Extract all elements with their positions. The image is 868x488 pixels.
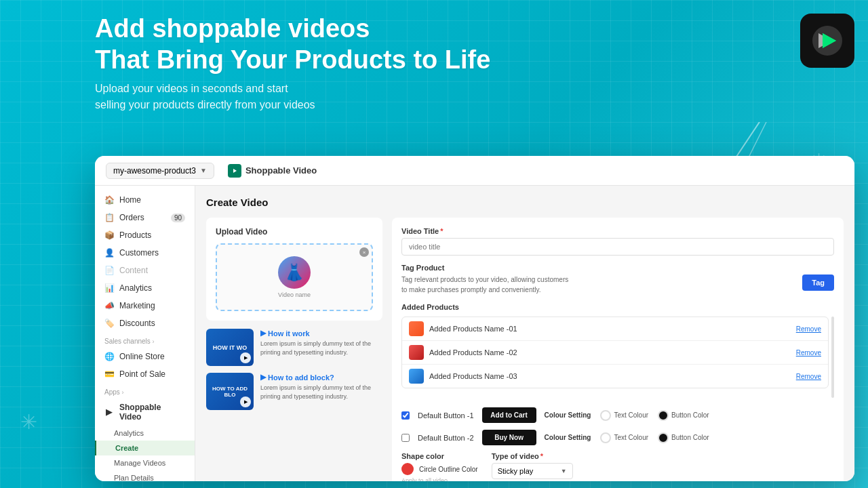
window-topbar: my-awesome-product3 ▼ Shoppable Video	[95, 156, 854, 186]
video-type-value: Sticky play	[498, 467, 534, 475]
content-columns: Upload Video 👗 × Video name	[206, 218, 844, 481]
video-type-section: Type of video * Sticky play ▼	[492, 452, 573, 479]
product-name-1: Added Products Name -01	[429, 325, 791, 333]
online-store-icon: 🌐	[104, 352, 114, 361]
sidebar-item-content[interactable]: 📄 Content	[95, 262, 195, 279]
home-icon: 🏠	[104, 195, 114, 205]
sidebar-item-shoppable-video[interactable]: ▶ Shoppable Video	[95, 399, 195, 426]
sidebar-item-customers[interactable]: 👤 Customers	[95, 244, 195, 262]
video-desc-2: Lorem ipsum is simply dummy text of the …	[260, 384, 382, 401]
app-logo	[800, 14, 854, 68]
left-column: Upload Video 👗 × Video name	[206, 218, 382, 481]
video-title-2: ▶ How to add block?	[260, 373, 382, 382]
tag-desc: Tag relevant products to your video, all…	[401, 274, 795, 295]
button2-checkbox[interactable]	[401, 434, 410, 442]
sidebar-item-pos[interactable]: 💳 Point of Sale	[95, 365, 195, 383]
colour-setting-1: Colour Setting Text Colour Button Color	[545, 410, 834, 421]
text-colour-1[interactable]: Text Colour	[600, 410, 648, 421]
sidebar-sub-manage-videos[interactable]: Manage Videos	[95, 455, 195, 470]
orders-badge: 90	[171, 214, 185, 222]
brand-icon	[228, 164, 241, 178]
play-icon-1: ▶	[240, 352, 251, 363]
shape-color-row: Circle Outline Color	[401, 463, 478, 475]
remove-button-2[interactable]: Remove	[796, 349, 821, 357]
button1-label: Default Button -1	[418, 411, 474, 420]
button-colour-2[interactable]: Button Color	[658, 432, 709, 443]
customers-icon: 👤	[104, 248, 114, 258]
content-icon: 📄	[104, 266, 114, 275]
products-icon: 📦	[104, 230, 114, 240]
product-name-3: Added Products Name -03	[429, 372, 791, 380]
video-info-1: ▶ How it work Lorem ipsum is simply dumm…	[260, 329, 382, 357]
upload-dropzone[interactable]: 👗 × Video name	[216, 243, 373, 311]
hero-desc-line2: selling your products directly from your…	[95, 99, 315, 110]
orders-icon: 📋	[104, 213, 114, 222]
product-thumb-2	[409, 345, 424, 360]
product-row-1: Added Products Name -01 Remove	[402, 317, 828, 341]
upload-close-button[interactable]: ×	[359, 247, 369, 257]
tag-button[interactable]: Tag	[802, 274, 834, 291]
store-name: my-awesome-product3	[113, 166, 196, 176]
tag-row: Tag relevant products to your video, all…	[401, 274, 834, 295]
window-body: 🏠 Home 📋 Orders 90 📦 Products 👤 Customer…	[95, 186, 854, 481]
sidebar-sub-plan-details[interactable]: Plan Details	[95, 470, 195, 481]
video-card-1[interactable]: HOW IT WO ▶ ▶ How it work Lorem ipsum is…	[206, 329, 382, 366]
add-to-cart-button[interactable]: Add to Cart	[482, 407, 536, 423]
sidebar-sub-create[interactable]: Create	[95, 441, 195, 455]
video-title-1: ▶ How it work	[260, 329, 382, 338]
sidebar-sub-analytics[interactable]: Analytics	[95, 426, 195, 441]
product-thumb-1	[409, 321, 424, 336]
shoppable-video-icon: ▶	[104, 407, 114, 417]
hero-line1: Add shoppable videos	[95, 14, 490, 45]
sales-channels-arrow: ›	[153, 338, 155, 345]
video-title-input[interactable]	[401, 238, 834, 256]
button-colour-circle-1	[658, 410, 669, 421]
shape-color-label: Shape color	[401, 452, 478, 460]
apps-title: Apps ›	[95, 383, 195, 399]
sidebar-item-discounts[interactable]: 🏷️ Discounts	[95, 314, 195, 332]
products-scrollbar[interactable]	[831, 317, 834, 398]
chevron-down-icon: ▼	[200, 167, 207, 174]
buy-now-button[interactable]: Buy Now	[482, 430, 536, 445]
product-row-2: Added Products Name -02 Remove	[402, 341, 828, 365]
sidebar-item-products[interactable]: 📦 Products	[95, 226, 195, 244]
upload-filename: Video name	[278, 291, 311, 298]
video-card-2[interactable]: HOW TO ADD BLO ▶ ▶ How to add block? Lor…	[206, 373, 382, 410]
button-colour-circle-2	[658, 432, 669, 443]
video-type-select[interactable]: Sticky play ▼	[492, 463, 573, 479]
sidebar-item-online-store[interactable]: 🌐 Online Store	[95, 348, 195, 365]
sidebar-item-orders[interactable]: 📋 Orders 90	[95, 209, 195, 226]
upload-section: Upload Video 👗 × Video name	[206, 218, 382, 321]
play-icon-2: ▶	[240, 396, 251, 407]
shape-color-circle[interactable]	[401, 463, 414, 475]
shape-color-section: Shape color Circle Outline Color Apply t…	[401, 452, 478, 481]
app-window: my-awesome-product3 ▼ Shoppable Video 🏠 …	[95, 156, 854, 481]
colour-setting-2: Colour Setting Text Colour Button Color	[545, 432, 834, 443]
remove-button-1[interactable]: Remove	[796, 325, 821, 333]
video-avatar: 👗	[278, 256, 311, 289]
deco-snowflake-1: ✳	[20, 410, 37, 434]
circle-outline-label: Circle Outline Color	[419, 466, 478, 473]
pos-icon: 💳	[104, 369, 114, 379]
sidebar-item-marketing[interactable]: 📣 Marketing	[95, 297, 195, 314]
button1-checkbox[interactable]	[401, 411, 410, 420]
apps-arrow: ›	[122, 389, 124, 396]
hero-section: Add shoppable videos That Bring Your Pro…	[95, 14, 490, 113]
form-card: Video Title * Tag Product Tag relevant p…	[392, 218, 844, 481]
hero-line2: That Bring Your Products to Life	[95, 45, 490, 76]
button-colour-1[interactable]: Button Color	[658, 410, 709, 421]
sidebar-item-home[interactable]: 🏠 Home	[95, 191, 195, 209]
marketing-icon: 📣	[104, 301, 114, 310]
required-asterisk-type: *	[540, 452, 543, 460]
sidebar-item-analytics[interactable]: 📊 Analytics	[95, 279, 195, 297]
text-colour-circle-2	[600, 432, 611, 443]
page-title: Create Video	[206, 197, 844, 208]
store-selector[interactable]: my-awesome-product3 ▼	[106, 163, 214, 179]
remove-button-3[interactable]: Remove	[796, 373, 821, 380]
sidebar: 🏠 Home 📋 Orders 90 📦 Products 👤 Customer…	[95, 186, 195, 481]
required-asterisk-title: *	[440, 227, 443, 235]
product-thumb-3	[409, 369, 424, 384]
discounts-icon: 🏷️	[104, 319, 114, 328]
product-row-3: Added Products Name -03 Remove	[402, 365, 828, 388]
text-colour-2[interactable]: Text Colour	[600, 432, 648, 443]
